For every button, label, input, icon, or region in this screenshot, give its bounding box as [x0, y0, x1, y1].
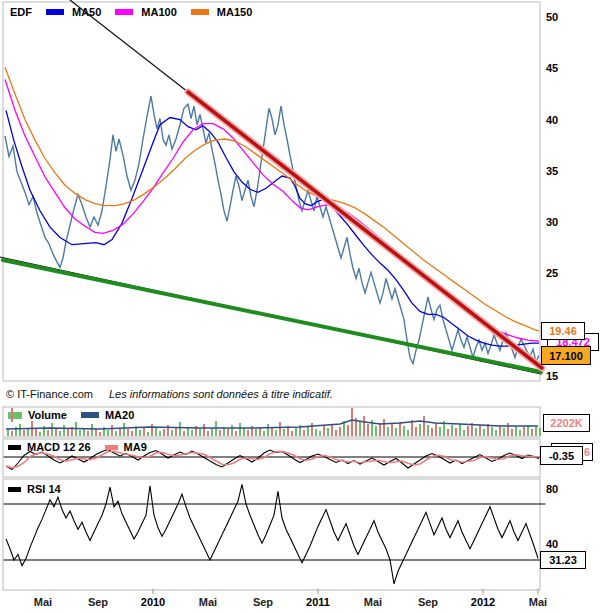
symbol-label: EDF	[10, 6, 32, 18]
volume-bar	[271, 428, 273, 436]
volume-bar	[39, 432, 41, 436]
volume-bar	[87, 431, 89, 436]
price-axis-label: 30	[546, 216, 558, 228]
volume-bar	[399, 422, 401, 436]
volume-bar	[467, 426, 469, 436]
rsi-legend: RSI 14	[8, 483, 61, 495]
volume-bar	[439, 427, 441, 436]
volume-bar	[79, 430, 81, 436]
macd-swatch-icon	[8, 445, 21, 450]
volume-bar	[255, 429, 257, 436]
volume-bar	[227, 429, 229, 436]
volume-bar	[275, 430, 277, 436]
volume-bar	[243, 428, 245, 436]
volume-bar	[347, 425, 349, 436]
volume-bar	[231, 425, 233, 436]
volume-bar	[207, 431, 209, 436]
volume-bar	[431, 428, 433, 436]
rsi-swatch-icon	[8, 487, 21, 492]
volume-bar	[531, 429, 533, 436]
volume-bar	[463, 430, 465, 436]
volume-bar	[323, 426, 325, 436]
chart-window: EDF MA50 MA100 MA150 © IT-Finance.comLes…	[0, 0, 603, 613]
macd-legend: MACD 12 26 MA9	[8, 441, 147, 453]
ma150-label: MA150	[217, 6, 252, 18]
volume-legend: Volume MA20	[8, 409, 134, 421]
volume-bar	[151, 424, 153, 436]
volume-bar	[155, 427, 157, 436]
volume-bar	[267, 424, 269, 436]
volume-bar	[315, 429, 317, 436]
volume-bar	[131, 431, 133, 436]
volume-bar	[327, 428, 329, 436]
volume-bar	[535, 427, 537, 436]
volume-bar	[311, 423, 313, 436]
volume-bar	[351, 408, 353, 436]
volume-bar	[451, 425, 453, 436]
price-axis-label: 45	[546, 62, 558, 74]
ma150-swatch-icon	[191, 9, 209, 15]
disclaimer-text: Les informations sont données à titre in…	[109, 388, 333, 400]
volume-bar	[447, 429, 449, 436]
date-label-month: Mai	[529, 596, 547, 608]
volume-bar	[519, 430, 521, 436]
macd-label: MACD 12 26	[27, 441, 91, 453]
date-label-month: Sep	[253, 596, 273, 608]
volume-bar	[335, 430, 337, 436]
volume-bar	[455, 428, 457, 436]
rsi-upper-scale-label: 80	[546, 483, 558, 495]
rsi-value-box: 31.23	[540, 551, 586, 569]
copyright-line: © IT-Finance.comLes informations sont do…	[6, 388, 333, 400]
volume-bar	[7, 429, 9, 436]
chart-canvas[interactable]	[0, 0, 603, 613]
volume-bar	[339, 427, 341, 436]
volume-bars-icon	[8, 412, 22, 419]
volume-bar	[459, 424, 461, 436]
volume-bar	[511, 429, 513, 436]
volume-bar	[183, 431, 185, 436]
price-axis-label: 40	[546, 114, 558, 126]
volume-bar	[307, 427, 309, 436]
volume-bar	[375, 426, 377, 436]
volume-ma20-swatch-icon	[81, 412, 99, 418]
volume-bar	[291, 431, 293, 436]
volume-bar	[395, 428, 397, 436]
volume-bar	[319, 431, 321, 436]
date-label-month: Mai	[199, 596, 217, 608]
volume-bar	[191, 430, 193, 436]
volume-bar	[111, 425, 113, 436]
volume-bar	[179, 422, 181, 436]
volume-bar	[247, 430, 249, 436]
volume-bar	[539, 428, 541, 436]
date-label-year: 2012	[471, 596, 495, 608]
price-axis-label: 50	[546, 11, 558, 23]
rsi-pane-border	[3, 479, 540, 590]
volume-bar	[331, 424, 333, 436]
volume-bar	[403, 426, 405, 436]
volume-bar	[23, 430, 25, 436]
volume-bar	[235, 431, 237, 436]
volume-bar	[263, 431, 265, 436]
volume-bar	[415, 427, 417, 436]
volume-bar	[203, 424, 205, 436]
volume-bar	[11, 431, 13, 436]
volume-bar	[59, 431, 61, 436]
date-label-month: Sep	[418, 596, 438, 608]
volume-bar	[115, 431, 117, 436]
volume-bar	[51, 423, 53, 436]
volume-bar	[199, 429, 201, 436]
volume-bar	[239, 423, 241, 436]
volume-value-box: 2202K	[543, 414, 590, 432]
ma100-swatch-icon	[115, 9, 133, 15]
volume-bar	[483, 429, 485, 436]
volume-bar	[419, 424, 421, 436]
volume-bar	[507, 423, 509, 436]
ma50-label: MA50	[72, 6, 101, 18]
volume-bar	[175, 428, 177, 436]
macd-value-box: -0.35	[540, 446, 583, 465]
main-legend: EDF MA50 MA100 MA150	[10, 6, 252, 18]
rsi-lower-scale-label: 40	[546, 538, 558, 550]
macd-ma9-label: MA9	[124, 441, 147, 453]
volume-bar	[47, 430, 49, 436]
volume-label: Volume	[28, 409, 67, 421]
